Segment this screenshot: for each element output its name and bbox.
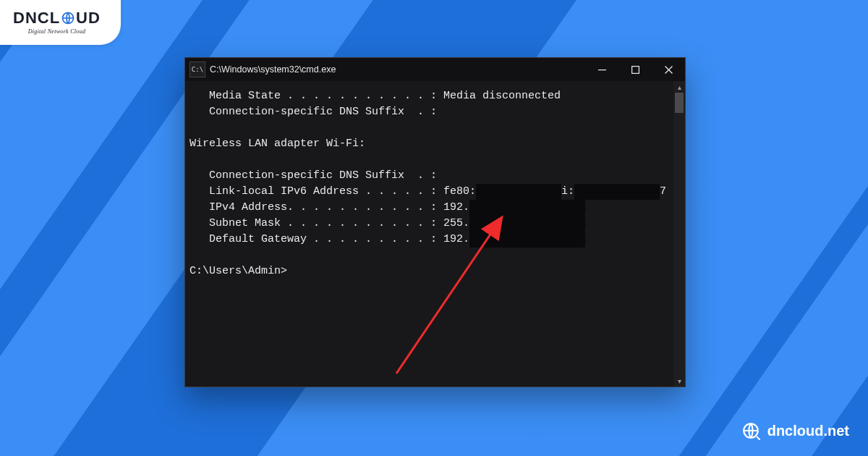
svg-rect-2 — [631, 66, 639, 73]
line-subnet-label: Subnet Mask . . . . . . . . . . . : 255. — [190, 217, 469, 229]
brand-logo-chip: DNCL UD Digital Network Cloud — [0, 0, 121, 45]
terminal-output[interactable]: Media State . . . . . . . . . . . : Medi… — [185, 81, 673, 387]
cmd-window: C:\ C:\Windows\system32\cmd.exe Media St… — [184, 57, 686, 387]
close-button[interactable] — [652, 58, 685, 81]
line-media-state: Media State . . . . . . . . . . . : Medi… — [190, 90, 561, 102]
redacted-gateway: XXXXXXXXXXXXXXXXXX — [469, 232, 585, 248]
brand-tagline: Digital Network Cloud — [28, 28, 86, 35]
line-adapter: Wireless LAN adapter Wi-Fi: — [190, 138, 365, 150]
line-dns-2: Connection-specific DNS Suffix . : — [190, 169, 437, 182]
svg-rect-1 — [598, 69, 606, 70]
cursor-caret — [287, 263, 293, 275]
minimize-button[interactable] — [585, 58, 618, 81]
maximize-button[interactable] — [618, 58, 652, 81]
footer-brand: dncloud.net — [741, 421, 849, 440]
redacted-ipv4: XXXXXXXXXXXXXXXXXX — [469, 200, 585, 216]
footer-site: dncloud.net — [767, 423, 849, 439]
scroll-thumb[interactable] — [675, 93, 684, 113]
prompt: C:\Users\Admin> — [190, 265, 287, 277]
scroll-down-icon[interactable]: ▾ — [673, 375, 685, 387]
redacted-subnet: XXXXXXXXXXXXXXXXXX — [469, 216, 585, 232]
globe-icon — [741, 421, 760, 440]
line-gateway-label: Default Gateway . . . . . . . . . : 192. — [190, 233, 469, 245]
brand-name: DNCL UD — [13, 9, 101, 28]
window-title: C:\Windows\system32\cmd.exe — [210, 64, 336, 75]
globe-icon — [61, 11, 75, 25]
redacted-ipv6-a: XXXXXXXXXXXXX — [476, 184, 561, 200]
cmd-icon: C:\ — [190, 62, 205, 77]
scroll-up-icon[interactable]: ▴ — [673, 81, 685, 93]
line-ipv6-label: Link-local IPv6 Address . . . . . : fe80… — [190, 185, 476, 198]
brand-name-right: UD — [76, 9, 101, 28]
vertical-scrollbar[interactable]: ▴ ▾ — [673, 81, 685, 387]
line-ipv6-tail: 7 — [660, 185, 666, 198]
line-dns-1: Connection-specific DNS Suffix . : — [190, 106, 437, 118]
line-ipv4-label: IPv4 Address. . . . . . . . . . . : 192. — [190, 201, 469, 214]
redacted-ipv6-b: XXXXXXXXXXXXX — [574, 184, 660, 200]
brand-name-left: DNCL — [13, 9, 60, 28]
titlebar[interactable]: C:\ C:\Windows\system32\cmd.exe — [185, 58, 685, 81]
line-ipv6-mid: i: — [561, 185, 574, 198]
